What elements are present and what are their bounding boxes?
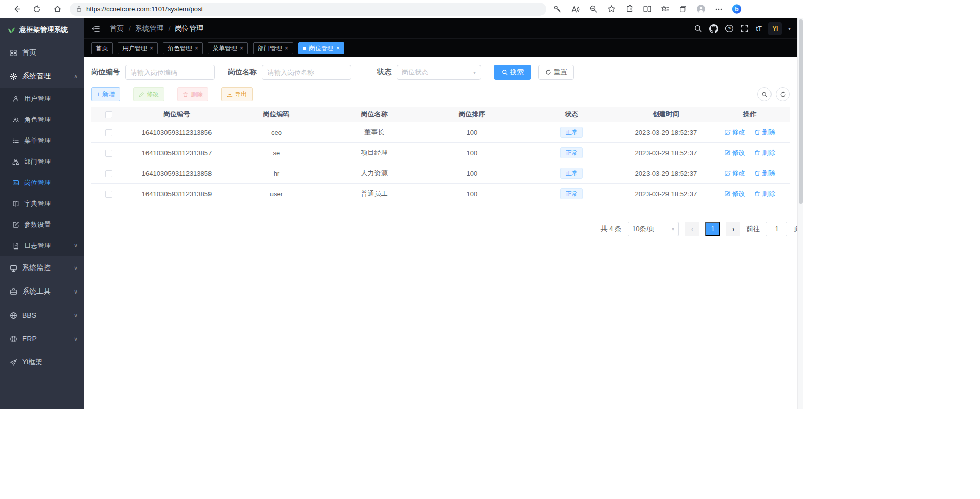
collections-icon[interactable] [678,4,688,14]
extensions-icon[interactable] [624,4,634,14]
browser-refresh-button[interactable] [27,2,47,17]
breadcrumb-home[interactable]: 首页 [110,24,124,33]
cell-created: 2023-03-29 18:52:37 [622,142,710,163]
sidebar-item-parameter-settings[interactable]: 参数设置 [0,214,84,235]
sidebar-item-department-management[interactable]: 部门管理 [0,151,84,172]
row-checkbox[interactable] [105,170,112,177]
edit-icon [724,191,731,197]
arrow-left-icon [12,5,21,13]
sidebar-item-yi-framework[interactable]: Yi框架 [0,350,84,374]
toggle-search-icon[interactable] [757,87,772,101]
edit-button[interactable]: 修改 [133,87,164,101]
avatar-caret-down-icon[interactable]: ▾ [788,26,791,31]
table-row[interactable]: 1641030593112313856 ceo 董事长 100 正常 2023-… [91,122,790,142]
close-icon[interactable]: × [150,45,153,52]
row-delete-link[interactable]: 删除 [754,189,775,198]
next-page-button[interactable]: › [726,222,740,236]
sidebar-item-menu-management[interactable]: 菜单管理 [0,130,84,151]
browser-home-button[interactable] [47,2,68,17]
row-edit-link[interactable]: 修改 [724,189,745,198]
sidebar-item-post-management[interactable]: 岗位管理 [0,172,84,193]
settings-more-icon[interactable] [714,4,724,14]
sidebar-item-erp[interactable]: ERP ∨ [0,327,84,350]
row-edit-link[interactable]: 修改 [724,128,745,137]
add-button[interactable]: + 新增 [91,87,120,101]
delete-button[interactable]: 删除 [177,87,208,101]
main-area: 首页 / 系统管理 / 岗位管理 ? [84,18,797,409]
tab-role-management[interactable]: 角色管理× [163,42,203,54]
split-screen-icon[interactable] [642,4,652,14]
page-scrollbar[interactable] [797,18,803,409]
scrollbar-thumb[interactable] [799,19,803,204]
row-delete-link[interactable]: 删除 [754,148,775,157]
bing-chat-icon[interactable]: b [732,4,742,14]
row-delete-link[interactable]: 删除 [754,128,775,137]
tab-home[interactable]: 首页 [91,42,113,54]
post-name-input[interactable] [262,65,351,80]
row-checkbox[interactable] [105,150,112,157]
breadcrumb-separator: / [129,25,131,32]
sidebar-item-system-monitor[interactable]: 系统监控 ∨ [0,256,84,280]
font-size-icon[interactable]: tT [756,25,762,32]
header-search-icon[interactable] [694,24,702,33]
github-icon[interactable] [709,24,718,33]
sidebar-item-log-management[interactable]: 日志管理 ∨ [0,235,84,256]
tab-department-management[interactable]: 部门管理× [253,42,293,54]
table-row[interactable]: 1641030593112313858 hr 人力资源 100 正常 2023-… [91,163,790,183]
globe-icon [10,311,17,319]
close-icon[interactable]: × [336,45,340,52]
select-all-checkbox[interactable] [105,111,112,118]
page-size-select[interactable]: 10条/页 ▾ [628,222,679,236]
close-icon[interactable]: × [285,45,288,52]
status-select[interactable]: 岗位状态 ▾ [397,65,481,80]
edit-icon [139,92,144,97]
export-button[interactable]: 导出 [221,87,253,101]
post-code-input[interactable] [125,65,215,80]
favorites-icon[interactable] [660,4,670,14]
row-edit-link[interactable]: 修改 [724,148,745,157]
tab-post-management[interactable]: 岗位管理× [298,42,344,54]
zoom-icon[interactable] [588,4,598,14]
sidebar-item-system-management[interactable]: 系统管理 ∧ [0,65,84,88]
row-checkbox[interactable] [105,129,112,136]
sidebar-item-bbs[interactable]: BBS ∨ [0,303,84,327]
browser-back-button[interactable] [6,2,27,17]
profile-avatar[interactable] [696,4,706,14]
sidebar-item-dictionary-management[interactable]: 字典管理 [0,193,84,214]
user-avatar[interactable]: Yi [768,22,782,35]
trash-icon [754,129,760,135]
page-number-button[interactable]: 1 [705,222,720,236]
close-icon[interactable]: × [240,45,243,52]
goto-page-input[interactable] [766,222,787,236]
row-checkbox[interactable] [105,191,112,198]
address-bar[interactable]: https://ccnetcore.com:1101/system/post [70,3,546,16]
sidebar-item-user-management[interactable]: 用户管理 [0,88,84,109]
tab-menu-management[interactable]: 菜单管理× [208,42,248,54]
sidebar-collapse-icon[interactable] [91,25,100,33]
reset-button[interactable]: 重置 [538,65,574,80]
help-icon[interactable]: ? [725,24,734,33]
sidebar-item-home[interactable]: 首页 [0,41,84,65]
password-key-icon[interactable] [552,4,562,14]
sidebar-item-label: 日志管理 [24,241,51,251]
sidebar-item-label: 参数设置 [24,220,51,230]
close-icon[interactable]: × [195,45,198,52]
row-edit-link[interactable]: 修改 [724,169,745,178]
table-row[interactable]: 1641030593112313857 se 项目经理 100 正常 2023-… [91,142,790,163]
search-button[interactable]: 搜索 [494,65,531,80]
sidebar-item-system-tools[interactable]: 系统工具 ∨ [0,280,84,303]
search-icon [502,69,508,75]
tab-user-management[interactable]: 用户管理× [118,42,158,54]
refresh-table-icon[interactable] [776,87,790,101]
add-favorite-star-icon[interactable] [606,4,616,14]
read-aloud-icon[interactable] [570,4,580,14]
table-row[interactable]: 1641030593112313859 user 普通员工 100 正常 202… [91,183,790,204]
app-logo[interactable]: 意框架管理系统 [0,18,84,41]
fullscreen-icon[interactable] [740,24,749,33]
sidebar-item-label: Yi框架 [22,358,43,367]
row-delete-link[interactable]: 删除 [754,169,775,178]
prev-page-button[interactable]: ‹ [685,222,699,236]
breadcrumb-system[interactable]: 系统管理 [135,24,164,33]
sidebar-item-label: 系统监控 [22,263,51,273]
sidebar-item-role-management[interactable]: 角色管理 [0,109,84,130]
